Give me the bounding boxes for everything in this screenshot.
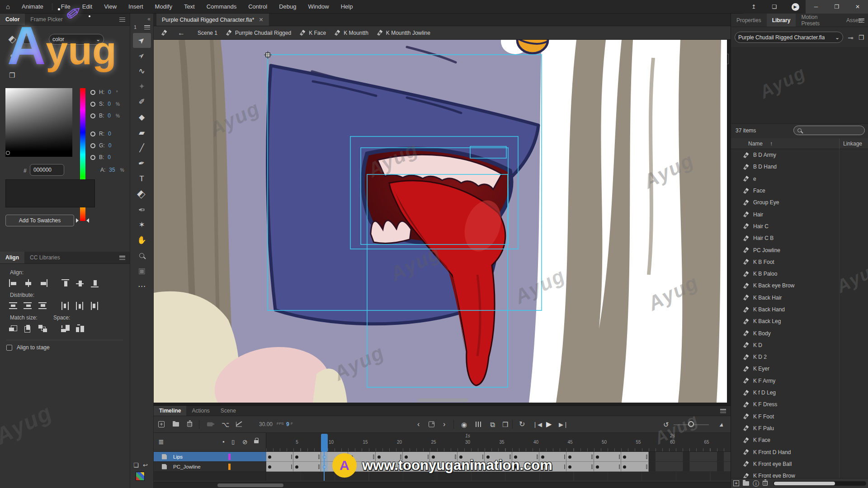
library-search-input[interactable] [793,126,865,135]
new-symbol-button[interactable]: + [733,480,739,486]
saturation-brightness-box[interactable] [5,88,72,157]
keyframe-dot[interactable] [268,465,271,469]
library-item-k-f-army[interactable]: K F Army [731,375,868,387]
keyframe-span[interactable] [485,462,512,472]
back-arrow-icon[interactable]: ← [178,29,185,37]
playhead-handle[interactable] [321,434,328,452]
keyframe-span[interactable] [293,452,321,462]
keyframe-span[interactable] [348,462,375,472]
column-linkage[interactable]: Linkage [843,141,862,147]
g-radio[interactable] [90,143,95,148]
library-item-pc-jowline[interactable]: PC Jowline [731,244,868,256]
empty-frames[interactable] [649,462,731,472]
keyframe-dot[interactable] [514,455,517,459]
breadcrumb-item-k-mountth[interactable]: K Mountth [334,29,368,36]
layer-row-lips[interactable]: Lips [154,452,266,462]
rectangle-tool[interactable]: ▰ [133,125,151,140]
stage-canvas[interactable]: Ayug Ayug Ayug Ayug Ayug Ayug Ayug [154,40,727,403]
fill-color-bucket-icon[interactable]: ◧ [8,34,18,44]
menu-file[interactable]: File [55,0,76,13]
space-horizontal-button[interactable] [75,324,86,333]
keyframe-dot[interactable] [377,465,381,469]
library-item-hair-c[interactable]: Hair C [731,221,868,232]
document-tab-close-icon[interactable]: ✕ [259,16,263,23]
fill-color-swatch[interactable] [24,36,35,44]
keyframe-span[interactable] [403,462,430,472]
step-back-button[interactable]: ❘◀ [533,422,542,427]
minimize-button[interactable]: ─ [806,0,826,14]
frame-rate-value[interactable]: 30.00 [259,422,273,427]
menu-control[interactable]: Control [242,0,273,13]
collapse-dock-icon[interactable]: « [147,16,151,22]
align-top-button[interactable] [60,278,72,288]
menu-edit[interactable]: Edit [76,0,98,13]
layer-row-pc_jowline[interactable]: PC_Jowline [154,462,266,472]
timeline-zoom-slider-knob[interactable] [688,421,694,427]
keyframe-dot[interactable] [568,465,571,469]
menu-modify[interactable]: Modify [149,0,178,13]
menu-view[interactable]: View [98,0,123,13]
camera-tool[interactable]: ▣ [133,263,151,278]
keyframe-dot[interactable] [596,465,599,469]
keyframe-span[interactable] [512,452,539,462]
tab-timeline[interactable]: Timeline [154,406,186,416]
breadcrumb-item-purrple-chudail-rigged[interactable]: Purrple Chudail Rigged [226,29,291,36]
keyframe-dot[interactable] [486,455,490,459]
tab-library[interactable]: Library [767,14,796,27]
frames-row-lips[interactable] [266,452,731,462]
keyframe-dot[interactable] [405,455,408,459]
keyframe-span[interactable] [566,462,594,472]
paste-in-place-icon[interactable]: ❏ [133,462,139,468]
library-item-k-d-2[interactable]: K D 2 [731,351,868,363]
keyframe-dot[interactable] [268,455,271,459]
keyframe-dot[interactable] [623,465,626,469]
hue-slider-arrow-right[interactable] [86,218,89,223]
distribute-bottom-button[interactable] [38,301,49,311]
keyframe-dot[interactable] [568,455,571,459]
align-middle-v-button[interactable] [75,278,86,288]
keyframe-span[interactable] [621,462,648,472]
keyframe-dot[interactable] [459,455,462,459]
tab-motion-presets[interactable]: Motion Presets [796,14,841,27]
keyframe-dot[interactable] [377,455,381,459]
distribute-left-button[interactable] [60,301,72,311]
undo-icon[interactable]: ↩ [143,462,148,468]
s-radio[interactable] [90,102,95,107]
keyframe-dot[interactable] [486,465,490,469]
library-item-e[interactable]: e [731,173,868,185]
menu-text[interactable]: Text [178,0,201,13]
keyframe-dot[interactable] [295,455,298,459]
pen-tool[interactable]: ✒ [133,156,151,171]
keyframe-dot[interactable] [623,455,626,459]
keyframe-span[interactable] [348,452,375,462]
keyframe-span[interactable] [539,452,566,462]
hand-tool[interactable]: ✋ [133,233,151,248]
keyframe-span[interactable] [458,452,485,462]
breadcrumb-item-k-mountth-jowline[interactable]: K Mountth Jowline [377,29,430,36]
lasso-tool[interactable]: ∿ [133,64,151,79]
menu-debug[interactable]: Debug [273,0,302,13]
paint-bucket-tool[interactable]: ◧ [133,187,151,202]
b2-radio[interactable] [90,155,95,160]
library-item-k-body[interactable]: K Body [731,327,868,339]
tools-menu-icon[interactable] [144,25,150,29]
zoom-tool[interactable] [133,248,151,263]
keyframe-dot[interactable] [350,455,353,459]
library-item-k-back-hand[interactable]: K Back Hand [731,304,868,315]
auto-keyframe-button[interactable]: A [429,422,434,427]
match-height-button[interactable] [23,324,34,333]
r-radio[interactable] [90,131,95,136]
share-icon[interactable]: ↥ [743,0,764,14]
library-item-k-face[interactable]: K Face [731,434,868,446]
keyframe-dot[interactable] [541,465,544,469]
library-item-k-front-d-hand[interactable]: K Front D Hand [731,446,868,458]
library-item-k-f-dress[interactable]: K F Dress [731,399,868,410]
keyframe-dot[interactable] [405,465,408,469]
column-name[interactable]: Name [748,141,763,147]
keyframe-span[interactable] [621,452,648,462]
keyframe-dot[interactable] [295,465,298,469]
h-radio[interactable] [90,90,95,95]
play-button[interactable]: ▶ [546,421,552,428]
document-tab[interactable]: Purple Chudail Rigged Character.fla* ✕ [156,14,269,26]
empty-frames[interactable] [649,452,731,462]
